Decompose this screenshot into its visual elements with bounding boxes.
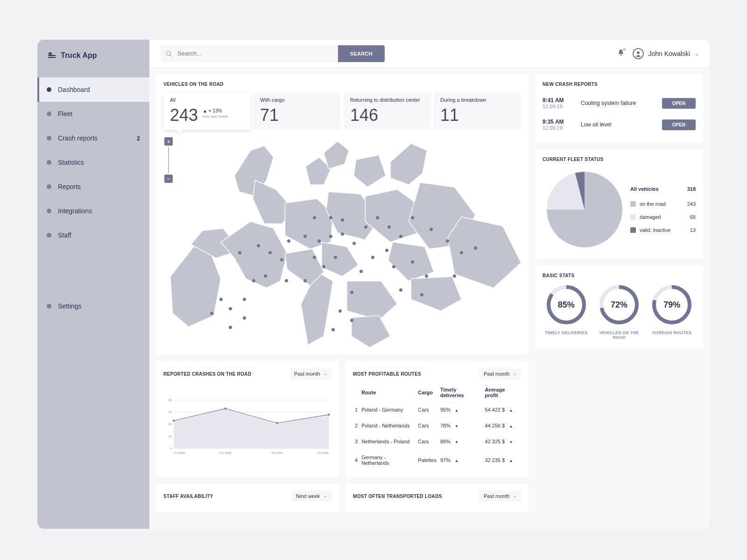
map-marker[interactable] (399, 288, 402, 292)
bullet-icon (47, 160, 51, 165)
legend-row: valid, inactive13 (630, 224, 696, 237)
map-marker[interactable] (352, 242, 356, 245)
map-marker[interactable] (341, 218, 344, 222)
svg-text:2nd week: 2nd week (219, 451, 233, 454)
table-row[interactable]: 3Netherlands - PolandCars89% 42 325 $ (353, 434, 521, 449)
map-marker[interactable] (385, 249, 388, 252)
crash-reports-card: NEW CRASH REPORTS 9:41 AM12.09.19Cooling… (535, 74, 703, 143)
vehicles-stat-tile[interactable]: During a breakdown11 (434, 92, 521, 130)
stat-value: 146 (350, 105, 378, 125)
map-marker[interactable] (268, 251, 272, 254)
period-select[interactable]: Past month (289, 368, 331, 379)
map-marker[interactable] (210, 312, 213, 315)
stat-label: With cargo (260, 97, 334, 103)
period-select[interactable]: Past month (479, 368, 521, 379)
map-marker[interactable] (420, 293, 423, 296)
zoom-out-button[interactable]: − (164, 175, 173, 183)
sidebar-item-staff[interactable]: Staff (37, 223, 149, 247)
map-marker[interactable] (453, 274, 456, 278)
notifications-icon[interactable] (617, 49, 625, 59)
map-marker[interactable] (341, 232, 344, 236)
trend-up-icon (452, 407, 458, 413)
map-marker[interactable] (329, 216, 332, 219)
sidebar-item-statistics[interactable]: Statistics (37, 150, 149, 175)
sidebar-item-crash-reports[interactable]: Crash reports2 (37, 126, 149, 150)
map-marker[interactable] (331, 328, 335, 331)
table-row[interactable]: 1Poland - GermanyCars95% 54 422 $ (353, 402, 521, 418)
search-input[interactable] (177, 50, 338, 57)
map-marker[interactable] (317, 239, 321, 243)
user-menu[interactable]: John Kowalski ⌄ (633, 48, 700, 59)
map-marker[interactable] (425, 274, 428, 278)
europe-map-icon (163, 134, 521, 354)
map-marker[interactable] (322, 265, 325, 268)
vehicles-stat-tile[interactable]: All243▲ + 13%from last month (163, 92, 251, 130)
svg-line-2 (170, 55, 172, 56)
map-marker[interactable] (313, 256, 316, 259)
map-marker[interactable] (474, 246, 477, 250)
open-crash-button[interactable]: OPEN (662, 119, 696, 130)
map-marker[interactable] (371, 256, 374, 259)
map-marker[interactable] (392, 265, 395, 268)
svg-point-3 (637, 51, 640, 54)
map-marker[interactable] (334, 256, 337, 259)
map-marker[interactable] (313, 216, 316, 219)
profitable-routes-card: MOST PROFITABLE ROUTES Past month RouteC… (345, 361, 529, 477)
map-marker[interactable] (229, 326, 232, 329)
map-marker[interactable] (243, 298, 246, 301)
svg-text:0: 0 (170, 447, 172, 450)
sidebar-item-dashboard[interactable]: Dashboard (37, 77, 149, 102)
svg-point-16 (276, 422, 278, 424)
map-marker[interactable] (399, 235, 402, 238)
period-select[interactable]: Next week (291, 490, 331, 502)
vehicles-stat-tile[interactable]: With cargo71 (254, 92, 341, 130)
map-marker[interactable] (303, 279, 307, 282)
sidebar-item-reports[interactable]: Reports (37, 175, 149, 199)
map-marker[interactable] (446, 239, 449, 243)
map-marker[interactable] (430, 228, 433, 231)
topbar: SEARCH John Kowalski ⌄ (149, 40, 710, 68)
map[interactable]: + − (163, 134, 521, 354)
trend-up-icon (506, 457, 513, 463)
map-marker[interactable] (238, 251, 241, 254)
routes-table: RouteCargoTimely deliveriesAverage profi… (353, 383, 521, 471)
map-marker[interactable] (388, 225, 391, 229)
map-marker[interactable] (329, 235, 332, 238)
map-marker[interactable] (229, 307, 232, 310)
map-marker[interactable] (350, 291, 353, 294)
vehicles-stat-tile[interactable]: Returning to distribution center146 (344, 92, 431, 130)
open-crash-button[interactable]: OPEN (662, 98, 696, 109)
map-marker[interactable] (338, 309, 342, 313)
search-button[interactable]: SEARCH (338, 45, 385, 62)
table-row[interactable]: 4Germany - NetherlandsPalettes97% 32 235… (353, 449, 521, 471)
map-marker[interactable] (303, 235, 307, 238)
map-marker[interactable] (287, 239, 290, 243)
map-marker[interactable] (257, 244, 260, 247)
map-marker[interactable] (285, 279, 288, 282)
map-marker[interactable] (280, 258, 283, 261)
map-marker[interactable] (460, 251, 463, 254)
svg-point-0 (49, 53, 51, 55)
map-marker[interactable] (252, 279, 255, 282)
map-marker[interactable] (411, 216, 414, 219)
map-marker[interactable] (359, 270, 363, 273)
sidebar-item-settings[interactable]: Settings (37, 294, 149, 318)
zoom-in-button[interactable]: + (164, 137, 173, 146)
map-marker[interactable] (376, 216, 379, 219)
map-marker[interactable] (364, 225, 367, 229)
sidebar-item-fleet[interactable]: Fleet (37, 102, 149, 126)
trend-up-icon (506, 423, 513, 428)
map-marker[interactable] (350, 319, 353, 322)
gauge: 72%VEHICLES ON THE ROAD (595, 284, 642, 340)
period-select[interactable]: Past month (479, 490, 521, 502)
table-row[interactable]: 2Poland - NetherlandsCars78% 44 256 $ (353, 418, 521, 434)
map-marker[interactable] (243, 316, 246, 320)
crashes-line-chart: 0102030401st week2nd week3rd week4th wee… (163, 383, 331, 470)
map-marker[interactable] (264, 274, 267, 278)
map-marker[interactable] (219, 298, 223, 301)
brand-title: Truck App (61, 51, 97, 60)
card-title: MOST OFTEN TRANSPORTED LOADS (353, 494, 442, 499)
gauge: 79%FOREIGN ROUTES (648, 284, 696, 340)
sidebar-item-integrations[interactable]: Integrations (37, 199, 149, 223)
map-marker[interactable] (411, 260, 414, 264)
